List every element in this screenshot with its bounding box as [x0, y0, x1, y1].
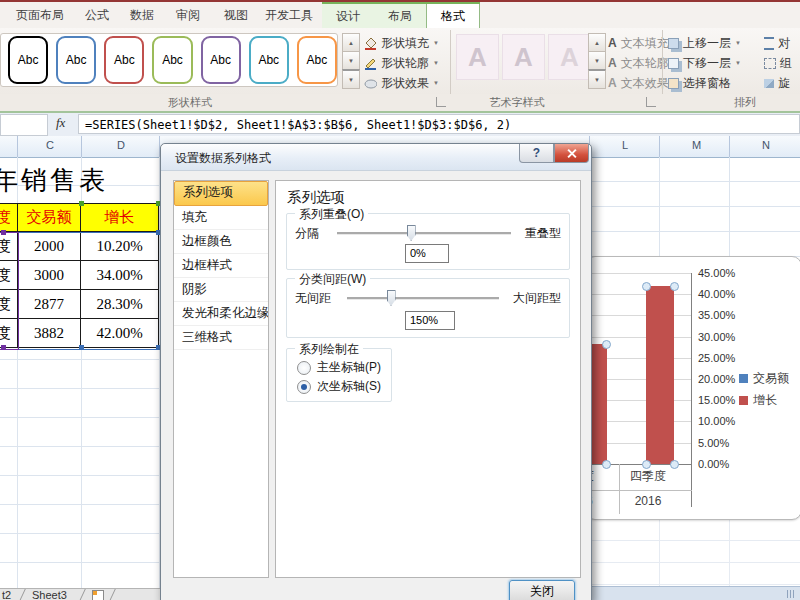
gap-slider[interactable] — [347, 297, 499, 300]
shape-outline-button[interactable]: 形状轮廓▼ — [364, 53, 439, 73]
bar-q4-growth[interactable] — [646, 286, 674, 465]
insert-worksheet-icon[interactable] — [92, 590, 104, 600]
selection-handle[interactable] — [1, 345, 6, 350]
nav-item-border-color[interactable]: 边框颜色 — [174, 230, 268, 254]
shape-style-preset-3[interactable]: Abc — [104, 36, 144, 84]
tab-review[interactable]: 审阅 — [166, 2, 210, 28]
align-button[interactable]: 对 — [764, 33, 790, 53]
wordart-styles-dialog-launcher-icon[interactable] — [646, 97, 656, 107]
insert-function-icon[interactable]: fx — [56, 115, 65, 131]
column-header-l[interactable]: L — [622, 139, 628, 151]
sheet-tab-sheet3[interactable]: Sheet3 — [32, 589, 67, 600]
rotate-button[interactable]: 旋 — [764, 73, 790, 93]
bar-selection-handle[interactable] — [642, 460, 651, 469]
nav-item-glow-soft-edges[interactable]: 发光和柔化边缘 — [174, 302, 268, 326]
gallery-more-icon[interactable]: ▼ — [588, 69, 606, 89]
nav-item-border-style[interactable]: 边框样式 — [174, 254, 268, 278]
tab-formulas[interactable]: 公式 — [76, 2, 118, 28]
bar-selection-handle[interactable] — [670, 282, 679, 291]
gallery-scroll-down-icon[interactable]: ▼ — [588, 51, 606, 70]
header-cell-amount[interactable]: 交易额 — [17, 203, 81, 232]
dialog-title-bar[interactable]: 设置数据系列格式 ? — [161, 144, 591, 171]
dialog-close-button[interactable] — [554, 144, 589, 163]
shape-styles-dialog-launcher-icon[interactable] — [436, 97, 446, 107]
column-header-d[interactable]: D — [117, 139, 125, 151]
shape-style-preset-2[interactable]: Abc — [56, 36, 96, 84]
growth-cell[interactable]: 28.30% — [80, 289, 159, 319]
sheet-title-partial[interactable]: 年销售表 — [0, 158, 162, 203]
tab-format-active[interactable]: 格式 — [426, 4, 480, 28]
send-backward-button[interactable]: 下移一层▼ — [668, 53, 741, 73]
close-button[interactable]: 关闭 — [509, 580, 575, 600]
gap-value-input[interactable]: 150% — [405, 311, 455, 330]
header-cell-partial[interactable]: 度 — [0, 203, 18, 232]
overlap-slider[interactable] — [337, 232, 511, 235]
selection-handle[interactable] — [79, 345, 84, 350]
tab-design[interactable]: 设计 — [322, 4, 374, 28]
wordart-preset-2[interactable]: A — [502, 34, 545, 80]
primary-axis-option[interactable]: 主坐标轴(P) — [297, 359, 381, 376]
selection-handle[interactable] — [1, 230, 6, 235]
amount-cell[interactable]: 2000 — [17, 231, 81, 261]
chart-area[interactable]: 45.00% 40.00% 35.00% 30.00% 25.00% 20.00… — [585, 256, 800, 520]
shape-style-preset-7[interactable]: Abc — [297, 36, 337, 84]
growth-cell[interactable]: 34.00% — [80, 260, 159, 290]
tab-page-layout[interactable]: 页面布局 — [8, 2, 72, 28]
worksheet-grid-below-chart[interactable] — [585, 519, 800, 586]
shape-style-preset-5[interactable]: Abc — [201, 36, 241, 84]
column-header-n[interactable]: N — [762, 139, 770, 151]
bring-forward-button[interactable]: 上移一层▼ — [668, 33, 741, 53]
wordart-preset-1[interactable]: A — [456, 34, 499, 80]
header-cell-growth[interactable]: 增长 — [80, 203, 159, 232]
shape-fill-button[interactable]: 形状填充▼ — [364, 33, 439, 53]
growth-cell[interactable]: 10.20% — [80, 231, 159, 261]
nav-item-3d-format[interactable]: 三维格式 — [174, 326, 268, 350]
selection-pane-button[interactable]: 选择窗格 — [668, 73, 731, 93]
wordart-preset-3[interactable]: A — [548, 34, 591, 80]
tab-developer[interactable]: 开发工具 — [258, 2, 320, 28]
selection-handle[interactable] — [79, 201, 84, 206]
gap-slider-thumb[interactable] — [387, 290, 396, 306]
bar-selection-handle[interactable] — [602, 460, 611, 469]
row-label-cell[interactable]: 度 — [0, 318, 18, 348]
gallery-scroll-up-icon[interactable]: ▲ — [342, 33, 360, 52]
formula-input[interactable]: =SERIES(Sheet1!$D$2, Sheet1!$A$3:$B$6, S… — [78, 114, 800, 134]
horizontal-scrollbar[interactable] — [578, 586, 800, 600]
tab-layout[interactable]: 布局 — [374, 4, 426, 28]
amount-cell[interactable]: 3000 — [17, 260, 81, 290]
nav-item-series-options[interactable]: 系列选项 — [174, 181, 268, 206]
growth-cell[interactable]: 42.00% — [80, 318, 159, 348]
gallery-scroll-up-icon[interactable]: ▲ — [588, 33, 606, 52]
radio-unselected-icon[interactable] — [297, 361, 311, 375]
secondary-axis-option[interactable]: 次坐标轴(S) — [297, 378, 381, 395]
row-label-cell[interactable]: 度 — [0, 289, 18, 319]
bar-selection-handle[interactable] — [670, 460, 679, 469]
shape-style-preset-6[interactable]: Abc — [249, 36, 289, 84]
tab-data[interactable]: 数据 — [121, 2, 163, 28]
shape-style-preset-1[interactable]: Abc — [8, 36, 48, 84]
name-box[interactable] — [0, 114, 48, 136]
dialog-help-button[interactable]: ? — [519, 144, 554, 163]
worksheet-grid-right[interactable] — [578, 157, 800, 257]
column-header-c[interactable]: C — [46, 139, 54, 151]
legend-item-growth[interactable]: 增长 — [739, 392, 777, 409]
row-label-cell[interactable]: 度 — [0, 260, 18, 290]
tab-view[interactable]: 视图 — [214, 2, 258, 28]
column-header-m[interactable]: M — [692, 139, 701, 151]
amount-cell[interactable]: 3882 — [17, 318, 81, 348]
sheet-tab-partial[interactable]: t2 — [2, 589, 11, 600]
legend-item-amount[interactable]: 交易额 — [739, 370, 789, 387]
bar-selection-handle[interactable] — [642, 282, 651, 291]
row-label-cell[interactable]: 度 — [0, 231, 18, 261]
gallery-scroll-down-icon[interactable]: ▼ — [342, 51, 360, 70]
overlap-value-input[interactable]: 0% — [405, 244, 449, 263]
amount-cell[interactable]: 2877 — [17, 289, 81, 319]
shape-effects-button[interactable]: 形状效果▼ — [364, 73, 439, 93]
overlap-slider-thumb[interactable] — [407, 225, 416, 241]
bar-selection-handle[interactable] — [602, 340, 611, 349]
nav-item-shadow[interactable]: 阴影 — [174, 278, 268, 302]
gallery-more-icon[interactable]: ▼ — [342, 69, 360, 89]
group-button[interactable]: 组 — [764, 53, 792, 73]
nav-item-fill[interactable]: 填充 — [174, 206, 268, 230]
shape-style-preset-4[interactable]: Abc — [152, 36, 192, 84]
